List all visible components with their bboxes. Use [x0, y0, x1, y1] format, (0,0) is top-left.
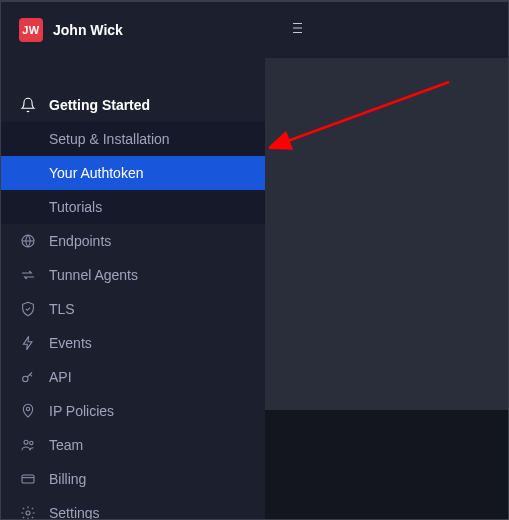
sidebar-item-api[interactable]: API: [1, 360, 265, 394]
sidebar-item-tunnel-agents[interactable]: Tunnel Agents: [1, 258, 265, 292]
sidebar-item-team[interactable]: Team: [1, 428, 265, 462]
svg-point-2: [26, 407, 29, 410]
content-area: [265, 58, 508, 519]
svg-rect-5: [22, 475, 34, 483]
bell-icon: [19, 96, 37, 114]
sidebar-item-label: Billing: [49, 471, 86, 487]
topbar: [265, 2, 508, 58]
sidebar-subitem-setup[interactable]: Setup & Installation: [1, 122, 265, 156]
sidebar-item-label: Endpoints: [49, 233, 111, 249]
sidebar-item-getting-started[interactable]: Getting Started: [1, 88, 265, 122]
sidebar-subitem-authtoken[interactable]: Your Authtoken: [1, 156, 265, 190]
sidebar-subitem-tutorials[interactable]: Tutorials: [1, 190, 265, 224]
gear-icon: [19, 504, 37, 520]
sidebar-item-label: Tunnel Agents: [49, 267, 138, 283]
sidebar-item-label: IP Policies: [49, 403, 114, 419]
user-menu[interactable]: JW John Wick: [1, 2, 265, 60]
sidebar-item-settings[interactable]: Settings: [1, 496, 265, 520]
sidebar: JW John Wick Getting Started Setup & Ins…: [1, 2, 265, 519]
sidebar-item-endpoints[interactable]: Endpoints: [1, 224, 265, 258]
sidebar-item-label: Events: [49, 335, 92, 351]
svg-point-1: [23, 376, 28, 381]
avatar: JW: [19, 18, 43, 42]
card-icon: [19, 470, 37, 488]
team-icon: [19, 436, 37, 454]
sidebar-item-billing[interactable]: Billing: [1, 462, 265, 496]
user-name: John Wick: [53, 22, 123, 38]
list-toggle-icon[interactable]: [287, 19, 305, 41]
sidebar-item-label: Your Authtoken: [49, 165, 143, 181]
sidebar-item-label: Getting Started: [49, 97, 150, 113]
sidebar-item-tls[interactable]: TLS: [1, 292, 265, 326]
sidebar-item-ip-policies[interactable]: IP Policies: [1, 394, 265, 428]
sidebar-item-label: Tutorials: [49, 199, 102, 215]
main-area: [265, 2, 508, 519]
pin-icon: [19, 402, 37, 420]
svg-point-4: [30, 441, 33, 444]
sidebar-item-label: Setup & Installation: [49, 131, 170, 147]
arrows-icon: [19, 266, 37, 284]
bolt-icon: [19, 334, 37, 352]
sidebar-item-label: TLS: [49, 301, 75, 317]
content-panel: [265, 58, 508, 410]
key-icon: [19, 368, 37, 386]
svg-point-3: [24, 440, 28, 444]
sidebar-item-label: Team: [49, 437, 83, 453]
globe-icon: [19, 232, 37, 250]
sidebar-nav: Getting Started Setup & Installation You…: [1, 60, 265, 520]
svg-point-6: [26, 511, 30, 515]
sidebar-item-events[interactable]: Events: [1, 326, 265, 360]
sidebar-item-label: Settings: [49, 505, 100, 520]
sidebar-item-label: API: [49, 369, 72, 385]
shield-icon: [19, 300, 37, 318]
